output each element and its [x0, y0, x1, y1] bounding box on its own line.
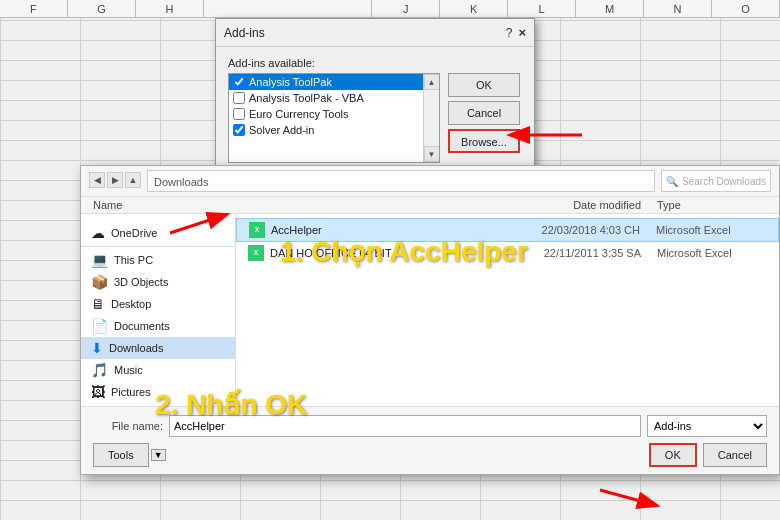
- sidebar-label-downloads: Downloads: [109, 342, 163, 354]
- cancel-button[interactable]: Cancel: [448, 101, 520, 125]
- addins-list-content: Analysis ToolPak Analysis ToolPak - VBA …: [229, 74, 423, 162]
- onedrive-icon: ☁: [91, 225, 105, 241]
- browse-nav: ◀ ▶ ▲: [89, 172, 141, 188]
- addin-checkbox-vba[interactable]: [233, 92, 245, 104]
- column-headers: F G H J K L M N O: [0, 0, 780, 18]
- sidebar-label-pictures: Pictures: [111, 386, 151, 398]
- browse-toolbar: ◀ ▶ ▲ Downloads 🔍 Search Downloads: [81, 166, 779, 197]
- tools-dropdown-arrow[interactable]: ▼: [151, 449, 166, 461]
- file-date-danhho: 22/11/2011 3:35 SA: [517, 247, 657, 259]
- dialog-title: Add-ins: [224, 26, 265, 40]
- filename-label: File name:: [93, 420, 163, 432]
- sidebar-label-music: Music: [114, 364, 143, 376]
- addin-euro-currency[interactable]: Euro Currency Tools: [229, 106, 423, 122]
- nav-back[interactable]: ◀: [89, 172, 105, 188]
- sidebar-item-thispc[interactable]: 💻 This PC: [81, 249, 235, 271]
- addin-checkbox-analysis[interactable]: [233, 76, 245, 88]
- sidebar-item-music[interactable]: 🎵 Music: [81, 359, 235, 381]
- browse-dialog: ◀ ▶ ▲ Downloads 🔍 Search Downloads Name …: [80, 165, 780, 475]
- addin-solver[interactable]: Solver Add-in: [229, 122, 423, 138]
- col-type-header: Type: [657, 199, 767, 211]
- sidebar-label-desktop: Desktop: [111, 298, 151, 310]
- downloads-icon: ⬇: [91, 340, 103, 356]
- tools-button[interactable]: Tools: [93, 443, 149, 467]
- addins-list[interactable]: Analysis ToolPak Analysis ToolPak - VBA …: [228, 73, 440, 163]
- sidebar-item-documents[interactable]: 📄 Documents: [81, 315, 235, 337]
- col-j: J: [372, 0, 440, 17]
- addin-checkbox-solver[interactable]: [233, 124, 245, 136]
- browse-button[interactable]: Browse...: [448, 129, 520, 153]
- xls-icon-acchelper: X: [249, 222, 265, 238]
- file-date-acchelper: 22/03/2018 4:03 CH: [516, 224, 656, 236]
- file-name-acchelper: AccHelper: [271, 224, 516, 236]
- sidebar-item-3dobjects[interactable]: 📦 3D Objects: [81, 271, 235, 293]
- browse-footer: File name: Add-ins Tools ▼ OK Cancel: [81, 406, 779, 474]
- footer-buttons-row: Tools ▼ OK Cancel: [93, 443, 767, 467]
- col-l: L: [508, 0, 576, 17]
- sidebar-item-desktop[interactable]: 🖥 Desktop: [81, 293, 235, 315]
- addin-checkbox-euro[interactable]: [233, 108, 245, 120]
- search-bar[interactable]: 🔍 Search Downloads: [661, 170, 771, 192]
- col-h: H: [136, 0, 204, 17]
- col-m: M: [576, 0, 644, 17]
- scroll-down-arrow[interactable]: ▼: [424, 146, 440, 162]
- nav-up[interactable]: ▲: [125, 172, 141, 188]
- ok-button[interactable]: OK: [448, 73, 520, 97]
- sidebar-item-onedrive[interactable]: ☁ OneDrive: [81, 222, 235, 244]
- file-row-acchelper[interactable]: X AccHelper 22/03/2018 4:03 CH Microsoft…: [236, 218, 779, 242]
- close-icon[interactable]: ×: [518, 25, 526, 40]
- search-placeholder: Search Downloads: [682, 176, 766, 187]
- file-type-acchelper: Microsoft Excel: [656, 224, 766, 236]
- desktop-icon: 🖥: [91, 296, 105, 312]
- filename-input[interactable]: [169, 415, 641, 437]
- sidebar-label-thispc: This PC: [114, 254, 153, 266]
- pictures-icon: 🖼: [91, 384, 105, 400]
- col-n: N: [644, 0, 712, 17]
- cancel-footer-button[interactable]: Cancel: [703, 443, 767, 467]
- col-i: [204, 0, 372, 17]
- dialog-controls: ? ×: [506, 25, 526, 40]
- help-icon[interactable]: ?: [506, 26, 513, 40]
- tools-button-group[interactable]: Tools ▼: [93, 443, 166, 467]
- music-icon: 🎵: [91, 362, 108, 378]
- addin-label-vba: Analysis ToolPak - VBA: [249, 92, 364, 104]
- file-type-danhho: Microsoft Excel: [657, 247, 767, 259]
- dialog-titlebar: Add-ins ? ×: [216, 19, 534, 47]
- 3dobjects-icon: 📦: [91, 274, 108, 290]
- col-k: K: [440, 0, 508, 17]
- col-name-header: Name: [93, 199, 517, 211]
- documents-icon: 📄: [91, 318, 108, 334]
- nav-forward[interactable]: ▶: [107, 172, 123, 188]
- sidebar-label-3d: 3D Objects: [114, 276, 168, 288]
- scroll-up-arrow[interactable]: ▲: [424, 74, 440, 90]
- addin-analysis-vba[interactable]: Analysis ToolPak - VBA: [229, 90, 423, 106]
- col-date-header: Date modified: [517, 199, 657, 211]
- addin-label-analysis: Analysis ToolPak: [249, 76, 332, 88]
- col-g: G: [68, 0, 136, 17]
- sidebar-item-downloads[interactable]: ⬇ Downloads: [81, 337, 235, 359]
- sidebar-divider: [81, 246, 235, 247]
- browse-column-headers: Name Date modified Type: [81, 197, 779, 214]
- file-row-danhho[interactable]: X DAN HO OFFICE 64 BIT 22/11/2011 3:35 S…: [236, 242, 779, 264]
- xls-icon-danhho: X: [248, 245, 264, 261]
- filetype-dropdown[interactable]: Add-ins: [647, 415, 767, 437]
- sidebar-label-documents: Documents: [114, 320, 170, 332]
- address-bar[interactable]: Downloads: [147, 170, 655, 192]
- col-f: F: [0, 0, 68, 17]
- addins-scrollbar: ▲ ▼: [423, 74, 439, 162]
- footer-filename-row: File name: Add-ins: [93, 415, 767, 437]
- addin-analysis-toolpak[interactable]: Analysis ToolPak: [229, 74, 423, 90]
- ok-footer-button[interactable]: OK: [649, 443, 697, 467]
- col-o: O: [712, 0, 780, 17]
- addin-label-euro: Euro Currency Tools: [249, 108, 348, 120]
- thispc-icon: 💻: [91, 252, 108, 268]
- sidebar-label-onedrive: OneDrive: [111, 227, 157, 239]
- addin-label-solver: Solver Add-in: [249, 124, 314, 136]
- sidebar-item-pictures[interactable]: 🖼 Pictures: [81, 381, 235, 403]
- file-name-danhho: DAN HO OFFICE 64 BIT: [270, 247, 517, 259]
- addins-available-label: Add-ins available:: [228, 57, 522, 69]
